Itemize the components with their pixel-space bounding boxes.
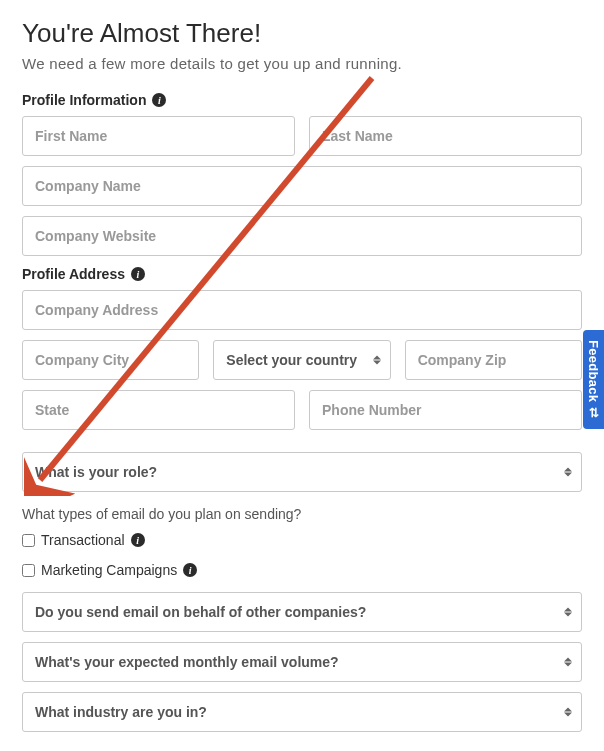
industry-select[interactable]: What industry are you in?	[22, 692, 582, 732]
country-select[interactable]: Select your country	[213, 340, 390, 380]
company-name-input[interactable]	[22, 166, 582, 206]
company-city-input[interactable]	[22, 340, 199, 380]
feedback-tab[interactable]: Feedback ⇅	[583, 330, 604, 429]
sliders-icon: ⇅	[588, 407, 598, 421]
last-name-input[interactable]	[309, 116, 582, 156]
profile-info-label-text: Profile Information	[22, 92, 146, 108]
info-icon[interactable]: i	[131, 267, 145, 281]
transactional-checkbox[interactable]	[22, 534, 35, 547]
transactional-label: Transactional	[41, 532, 125, 548]
page-subtitle: We need a few more details to get you up…	[22, 55, 582, 72]
profile-address-section-label: Profile Address i	[22, 266, 582, 282]
marketing-label: Marketing Campaigns	[41, 562, 177, 578]
marketing-checkbox[interactable]	[22, 564, 35, 577]
profile-info-section-label: Profile Information i	[22, 92, 582, 108]
first-name-input[interactable]	[22, 116, 295, 156]
info-icon[interactable]: i	[152, 93, 166, 107]
info-icon[interactable]: i	[183, 563, 197, 577]
phone-number-input[interactable]	[309, 390, 582, 430]
state-input[interactable]	[22, 390, 295, 430]
email-types-question: What types of email do you plan on sendi…	[22, 506, 582, 522]
volume-select[interactable]: What's your expected monthly email volum…	[22, 642, 582, 682]
company-address-input[interactable]	[22, 290, 582, 330]
behalf-select[interactable]: Do you send email on behalf of other com…	[22, 592, 582, 632]
company-zip-input[interactable]	[405, 340, 582, 380]
company-website-input[interactable]	[22, 216, 582, 256]
role-select[interactable]: What is your role?	[22, 452, 582, 492]
page-title: You're Almost There!	[22, 18, 582, 49]
feedback-label: Feedback	[586, 340, 601, 402]
info-icon[interactable]: i	[131, 533, 145, 547]
profile-address-label-text: Profile Address	[22, 266, 125, 282]
